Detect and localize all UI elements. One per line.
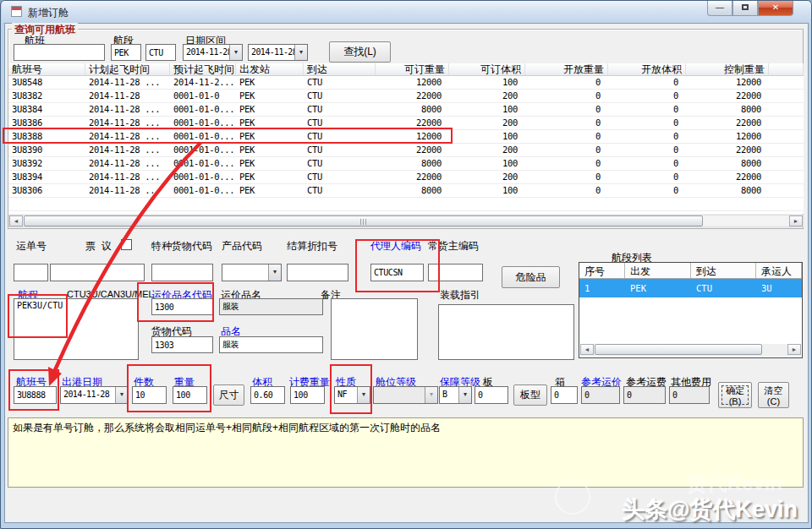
cabin-class-combo[interactable]: ▾ [373,386,438,404]
flight-row[interactable]: 3U83822014-11-280001-01-0PEKCTU220002000… [8,90,804,103]
date-from-combo[interactable]: 2014-11-28 ▾ [183,44,243,61]
cell: 200 [449,144,525,157]
charge-weight-input[interactable] [290,386,325,404]
column-header[interactable]: 航班号 [8,63,85,75]
chevron-down-icon[interactable]: ▾ [357,387,370,403]
pieces-input[interactable] [132,386,167,404]
special-cargo-input[interactable] [151,264,213,281]
box-input[interactable] [551,386,578,404]
ref-rate-input[interactable] [581,386,620,404]
waybill-number-input[interactable] [50,264,145,281]
column-header[interactable]: 可订重量 [376,63,449,75]
scrollbar-thumb[interactable] [595,344,762,355]
column-header[interactable]: 开放重量 [525,63,608,75]
flight-row[interactable]: 3U83842014-11-28 ...0001-01-0...PEKCTU80… [8,103,804,117]
nature-combo[interactable]: NF ▾ [334,386,370,404]
column-header[interactable]: 承运人 [756,263,802,278]
segment-list-hscrollbar[interactable]: ◄ ► [580,344,801,357]
cell: 8000 [686,184,769,198]
dangerous-goods-button[interactable]: 危险品 [502,266,560,288]
chevron-down-icon[interactable]: ▾ [425,387,437,403]
watermark-ghost: 货代Kevin [687,470,782,497]
window-title: 新增订舱 [28,6,69,20]
flight-row[interactable]: 3U83942014-11-28 ...0001-01-0...PEKCTU22… [8,171,804,184]
nature-value: NF [337,390,347,399]
rate-code-input[interactable] [151,298,213,315]
protect-level-combo[interactable]: B ▾ [439,386,472,404]
column-header[interactable]: 开放体积 [608,63,686,75]
segment-row[interactable]: 1 PEK CTU 3U [579,279,802,297]
find-button[interactable]: 查找(L) [329,41,391,63]
chevron-down-icon[interactable]: ▾ [229,45,242,60]
column-header[interactable]: 到达 [304,63,376,75]
column-header[interactable]: 预计起飞时间 [170,63,236,75]
remark-textarea[interactable] [331,298,418,360]
column-header[interactable]: 出发 [625,263,691,278]
flight-row[interactable]: 3U83922014-11-28 ...0001-01-0...PEKCTU80… [8,157,804,171]
date-to-combo[interactable]: 2014-11-28 ▾ [248,44,308,61]
column-header[interactable]: 到达 [691,263,756,278]
cargo-code-input[interactable] [151,336,213,353]
segment-from-input[interactable] [111,44,141,61]
cell: 0 [608,117,686,130]
cell: 22000 [376,117,449,130]
flight-search-input[interactable] [14,44,105,61]
cell [769,171,804,184]
column-header[interactable]: 控制体积 [769,63,804,75]
agent-code-input[interactable] [370,264,424,281]
cell: 0 [525,184,608,198]
cell [769,117,804,130]
scroll-right-icon[interactable]: ► [789,215,803,226]
size-button[interactable]: 尺寸 [213,384,244,406]
loading-guide-textarea[interactable] [438,304,574,360]
flight-row[interactable]: 3U83902014-11-28 ...0001-01-0...PEKCTU22… [8,144,804,157]
cell: 22000 [376,171,449,184]
ref-freight-input[interactable] [623,386,666,404]
cell: 3U8388 [8,130,85,144]
segment-to-input[interactable] [145,44,176,61]
column-header[interactable]: 计划起飞时间 [85,63,170,75]
chevron-down-icon[interactable]: ▾ [115,387,128,403]
route-textarea[interactable]: PEK3U/CTU [14,298,139,360]
scroll-left-icon[interactable]: ◄ [580,344,594,355]
ok-button[interactable]: 确定 (B) [718,382,752,408]
pallet-input[interactable] [475,386,508,404]
scroll-right-icon[interactable]: ► [787,344,801,355]
cell: 0 [525,103,608,117]
cell: PEK [236,184,304,198]
shipper-code-input[interactable] [428,264,483,281]
column-header[interactable]: 序号 [579,263,625,278]
volume-input[interactable] [250,386,285,404]
flight-row[interactable]: 3U85482014-11-28 ...2014-11-2...PEKCTU12… [8,76,804,90]
close-button[interactable]: ✕ [758,1,793,16]
other-fee-input[interactable] [669,386,710,404]
discount-input[interactable] [287,264,348,281]
scroll-left-icon[interactable]: ◄ [9,215,23,226]
scrollbar-thumb[interactable] [24,215,703,226]
clear-button[interactable]: 清空 (C) [758,382,789,408]
pallet-type-button[interactable]: 板型 [513,384,547,406]
column-header[interactable]: 可订体积 [449,63,525,75]
minimize-button[interactable]: — [707,1,732,16]
flight-table-hscrollbar[interactable]: ◄ ► [8,215,804,227]
waybill-input[interactable] [14,264,48,281]
column-header[interactable]: 出发站 [236,63,304,75]
column-header[interactable]: 控制重量 [686,63,769,75]
rate-name-input[interactable] [219,298,323,315]
cell: 0 [525,76,608,90]
cell: 2014-11-28 ... [85,157,170,171]
weight-input[interactable] [173,386,207,404]
negotiation-checkbox[interactable] [121,239,132,250]
flight-row[interactable]: 3U83862014-11-28 ...0001-01-0...PEKCTU22… [8,117,804,130]
maximize-button[interactable] [732,1,758,16]
flight-no-input[interactable] [14,386,57,404]
chevron-down-icon[interactable]: ▾ [294,45,307,60]
product-code-combo[interactable]: ▾ [222,264,282,281]
dep-date-combo[interactable]: 2014-11-28 ▾ [60,386,129,404]
chevron-down-icon[interactable]: ▾ [268,264,281,281]
flight-row[interactable]: 3U83062014-11-28 ...0001-01-0...PEKCTU80… [8,184,804,198]
flight-row[interactable]: 3U83882014-11-28 ...0001-01-0...PEKCTU12… [8,130,804,144]
chevron-down-icon[interactable]: ▾ [458,387,471,403]
product-name-input[interactable] [219,336,323,353]
title-bar[interactable]: 新增订舱 [2,1,812,23]
